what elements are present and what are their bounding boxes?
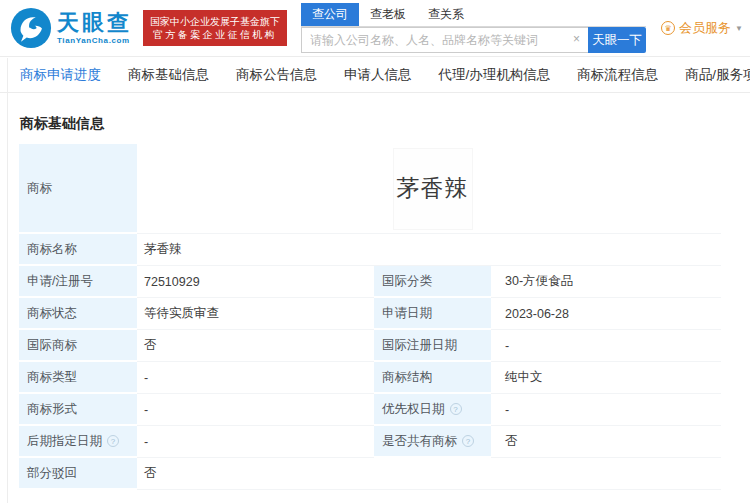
value-priority-date: - [491, 394, 721, 426]
value-trademark-structure: 纯中文 [491, 362, 721, 394]
row-label-international-class: 国际分类 [374, 266, 491, 298]
row-label-later-designation-date: 后期指定日期 ? [19, 426, 137, 458]
value-trademark-form: - [137, 394, 374, 426]
value-shared-trademark: 否 [491, 426, 721, 458]
tab-applicant-info[interactable]: 申请人信息 [344, 66, 412, 84]
help-icon[interactable]: ? [462, 435, 474, 447]
search-tabs: 查公司 查老板 查关系 [301, 3, 646, 27]
value-international-class: 30-方便食品 [491, 266, 721, 298]
logo-title: 天眼查 [57, 12, 132, 34]
top-header: 天眼查 TianYanCha.com 国家中小企业发展子基金旗下 官方备案企业征… [0, 0, 750, 57]
row-label-partial-rejection: 部分驳回 [19, 458, 137, 490]
value-international-reg-date: - [491, 330, 721, 362]
value-registration-number: 72510929 [137, 266, 374, 298]
row-label-registration-number: 申请/注册号 [19, 266, 137, 298]
row-label-application-date: 申请日期 [374, 298, 491, 330]
search-tab-boss[interactable]: 查老板 [359, 3, 417, 26]
row-label-trademark-structure: 商标结构 [374, 362, 491, 394]
value-application-date: 2023-06-28 [491, 298, 721, 330]
tab-goods-services[interactable]: 商品/服务项目 [685, 66, 750, 84]
row-label-international-trademark: 国际商标 [19, 330, 137, 362]
row-label-trademark-status: 商标状态 [19, 298, 137, 330]
priority-date-label: 优先权日期 [382, 401, 445, 418]
tianyancha-logo[interactable]: 天眼查 TianYanCha.com [10, 7, 132, 49]
vip-crown-icon: ♛ [661, 21, 675, 35]
tab-agency-info[interactable]: 代理/办理机构信息 [439, 66, 551, 84]
banner-line2: 官方备案企业征信机构 [150, 28, 280, 41]
later-designation-label: 后期指定日期 [27, 433, 102, 450]
row-label-priority-date: 优先权日期 ? [374, 394, 491, 426]
tab-trademark-basic-info[interactable]: 商标基础信息 [128, 66, 209, 84]
value-later-designation-date: - [137, 426, 374, 458]
tab-trademark-announcement[interactable]: 商标公告信息 [236, 66, 317, 84]
tab-trademark-process[interactable]: 商标流程信息 [577, 66, 658, 84]
row-label-trademark-form: 商标形式 [19, 394, 137, 426]
clear-icon[interactable]: × [573, 33, 580, 45]
vip-label: 会员服务 [679, 19, 731, 37]
page-title: 商标基础信息 [20, 115, 750, 133]
value-trademark-type: - [137, 362, 374, 394]
search-button[interactable]: 天眼一下 [588, 27, 646, 53]
main-content: 商标基础信息 商标 茅香辣 商标名称 茅香辣 申请/注册号 72510929 国… [0, 115, 750, 490]
row-label-trademark: 商标 [19, 144, 137, 234]
chevron-down-icon: ▼ [735, 24, 743, 33]
row-label-trademark-name: 商标名称 [19, 234, 137, 266]
certification-banner: 国家中小企业发展子基金旗下 官方备案企业征信机构 [143, 10, 287, 46]
row-label-trademark-type: 商标类型 [19, 362, 137, 394]
value-partial-rejection: 否 [137, 458, 721, 490]
help-icon[interactable]: ? [107, 435, 119, 447]
vip-service-link[interactable]: ♛ 会员服务 ▼ [661, 19, 743, 37]
row-label-international-reg-date: 国际注册日期 [374, 330, 491, 362]
tianyancha-logo-icon [10, 7, 52, 49]
row-label-shared-trademark: 是否共有商标 ? [374, 426, 491, 458]
left-divider [7, 58, 8, 503]
banner-line1: 国家中小企业发展子基金旗下 [150, 15, 280, 28]
search-module: 查公司 查老板 查关系 × 天眼一下 [301, 3, 646, 53]
trademark-info-table: 商标 茅香辣 商标名称 茅香辣 申请/注册号 72510929 国际分类 30-… [19, 144, 721, 490]
value-international-trademark: 否 [137, 330, 374, 362]
value-trademark-status: 等待实质审查 [137, 298, 374, 330]
value-trademark-name: 茅香辣 [137, 234, 721, 266]
tab-trademark-progress[interactable]: 商标申请进度 [20, 66, 101, 84]
detail-nav-tabs: 商标申请进度 商标基础信息 商标公告信息 申请人信息 代理/办理机构信息 商标流… [0, 57, 750, 93]
logo-subtitle: TianYanCha.com [57, 37, 132, 45]
search-tab-relation[interactable]: 查关系 [417, 3, 475, 26]
shared-trademark-label: 是否共有商标 [382, 433, 457, 450]
search-input[interactable] [301, 27, 588, 53]
trademark-image[interactable]: 茅香辣 [394, 149, 472, 229]
help-icon[interactable]: ? [450, 403, 462, 415]
trademark-image-cell: 茅香辣 [137, 144, 721, 234]
search-tab-company[interactable]: 查公司 [301, 3, 359, 26]
